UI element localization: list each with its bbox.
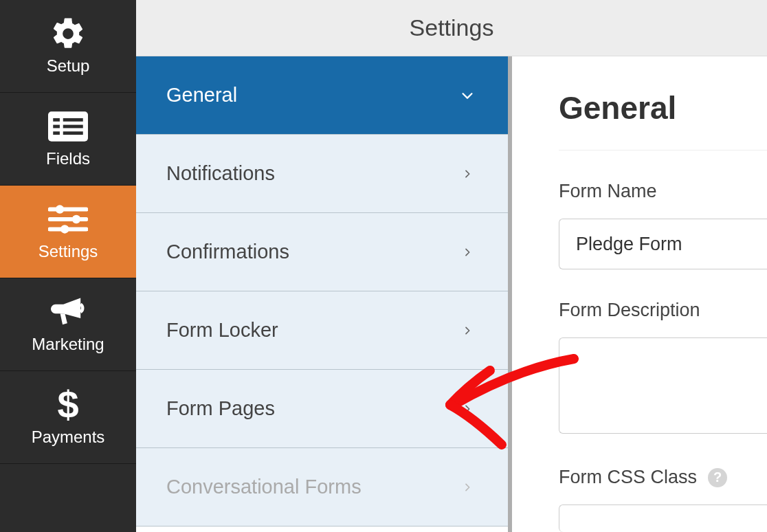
settings-menu-label: Conversational Forms bbox=[166, 476, 362, 498]
settings-menu-conversational-forms[interactable]: Conversational Forms bbox=[136, 448, 508, 527]
dollar-icon: $ bbox=[56, 385, 80, 425]
content-panel: General Form Name Form Description Form … bbox=[512, 56, 767, 532]
list-icon bbox=[48, 107, 88, 146]
nav-item-settings[interactable]: Settings bbox=[0, 186, 136, 278]
page-header: Settings bbox=[136, 0, 767, 56]
settings-menu-label: Form Locker bbox=[166, 319, 278, 342]
nav-label: Fields bbox=[46, 149, 90, 168]
nav-label: Settings bbox=[38, 242, 98, 261]
svg-rect-6 bbox=[63, 131, 83, 135]
form-name-input[interactable] bbox=[559, 219, 767, 269]
svg-rect-4 bbox=[63, 125, 83, 129]
settings-menu-label: Notifications bbox=[166, 162, 275, 185]
nav-item-setup[interactable]: Setup bbox=[0, 0, 136, 93]
chevron-right-icon bbox=[460, 480, 475, 495]
settings-menu-label: General bbox=[166, 84, 237, 107]
chevron-right-icon bbox=[460, 323, 475, 338]
svg-rect-5 bbox=[53, 131, 60, 135]
settings-menu-form-locker[interactable]: Form Locker bbox=[136, 291, 508, 370]
svg-rect-1 bbox=[53, 118, 60, 122]
settings-menu-general[interactable]: General bbox=[136, 56, 508, 135]
sliders-icon bbox=[48, 199, 88, 239]
nav-item-fields[interactable]: Fields bbox=[0, 93, 136, 186]
chevron-down-icon bbox=[460, 88, 475, 103]
nav-label: Payments bbox=[32, 428, 105, 447]
nav-label: Setup bbox=[47, 56, 90, 76]
form-css-class-label: Form CSS Class ? bbox=[559, 467, 767, 488]
form-css-class-input[interactable] bbox=[559, 505, 767, 532]
nav-item-payments[interactable]: $ Payments bbox=[0, 371, 136, 464]
settings-menu-notifications[interactable]: Notifications bbox=[136, 135, 508, 213]
bullhorn-icon bbox=[48, 292, 88, 332]
content-heading: General bbox=[559, 89, 767, 151]
svg-point-12 bbox=[60, 225, 69, 233]
nav-label: Marketing bbox=[32, 335, 104, 354]
svg-rect-3 bbox=[53, 125, 60, 129]
form-name-label: Form Name bbox=[559, 181, 767, 202]
left-sidebar: Setup Fields Settings Marketing $ bbox=[0, 0, 136, 532]
svg-text:$: $ bbox=[57, 386, 78, 424]
body-area: General Notifications Confirmations Form… bbox=[136, 56, 767, 532]
help-icon[interactable]: ? bbox=[708, 468, 727, 487]
form-description-label: Form Description bbox=[559, 300, 767, 321]
right-area: Settings General Notifications Confirmat… bbox=[136, 0, 767, 532]
form-description-input[interactable] bbox=[559, 337, 767, 434]
settings-menu-label: Confirmations bbox=[166, 241, 289, 263]
page-title: Settings bbox=[410, 14, 494, 41]
settings-menu-form-pages[interactable]: Form Pages bbox=[136, 370, 508, 448]
svg-point-10 bbox=[72, 215, 80, 223]
chevron-right-icon bbox=[460, 166, 475, 181]
chevron-right-icon bbox=[460, 245, 475, 260]
settings-menu-confirmations[interactable]: Confirmations bbox=[136, 213, 508, 291]
svg-rect-2 bbox=[63, 118, 83, 122]
nav-item-marketing[interactable]: Marketing bbox=[0, 278, 136, 371]
form-css-class-label-text: Form CSS Class bbox=[559, 467, 697, 488]
settings-menu-label: Form Pages bbox=[166, 397, 275, 420]
svg-point-8 bbox=[56, 205, 64, 213]
gear-icon bbox=[49, 14, 87, 54]
settings-menu: General Notifications Confirmations Form… bbox=[136, 56, 512, 532]
chevron-right-icon bbox=[460, 401, 475, 417]
